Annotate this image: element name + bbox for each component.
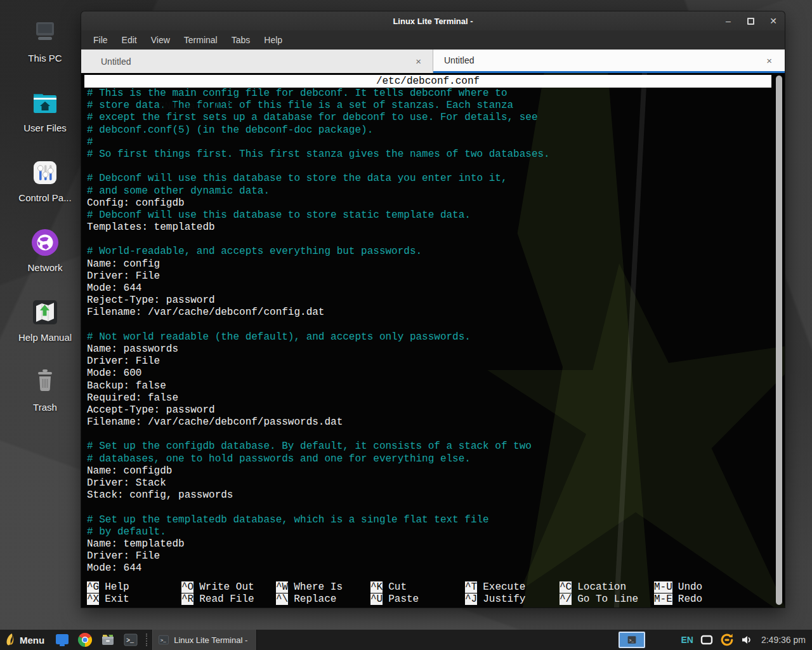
menu-item[interactable]: Terminal bbox=[177, 32, 225, 48]
shortcut-key: ^G bbox=[87, 581, 99, 593]
nano-shortcut: ^JJustify bbox=[465, 594, 560, 606]
desktop-icon-this-pc[interactable]: This PC bbox=[10, 18, 80, 63]
computer-icon bbox=[30, 18, 60, 48]
nano-shortcut: ^\Replace bbox=[276, 594, 370, 606]
terminal-window: Linux Lite Terminal - – ✕ FileEditViewTe… bbox=[81, 11, 785, 607]
nano-editor: /etc/debconf.conf GNU nano 7.2 # This is… bbox=[84, 75, 771, 607]
nano-line: Driver: Stack bbox=[87, 477, 771, 489]
window-titlebar[interactable]: Linux Lite Terminal - – ✕ bbox=[81, 11, 785, 30]
menu-item[interactable]: View bbox=[144, 32, 177, 48]
nano-line bbox=[87, 161, 771, 173]
launcher-file-manager[interactable] bbox=[100, 632, 116, 648]
nano-shortcut: M-UUndo bbox=[654, 581, 749, 594]
nano-line: # and some other dynamic data. bbox=[87, 185, 771, 197]
nano-line: Filename: /var/cache/debconf/passwords.d… bbox=[87, 416, 771, 428]
desktop-icon-control-panel[interactable]: Control Pa... bbox=[10, 157, 80, 203]
tab-close-icon[interactable]: × bbox=[416, 56, 421, 67]
taskbar: Menu >_ bbox=[0, 630, 812, 650]
nano-shortcut: M-ERedo bbox=[654, 594, 749, 606]
scrollbar-thumb[interactable] bbox=[776, 76, 782, 605]
task-button-terminal[interactable]: >_ Linux Lite Terminal - bbox=[152, 630, 257, 650]
nano-shortcut: ^RRead File bbox=[181, 594, 276, 606]
maximize-button[interactable] bbox=[747, 18, 754, 25]
nano-title-bar: /etc/debconf.conf GNU nano 7.2 bbox=[84, 75, 771, 88]
launcher-desktop[interactable] bbox=[54, 632, 70, 648]
nano-version: GNU nano 7.2 bbox=[133, 101, 232, 112]
updates-available-icon[interactable] bbox=[720, 633, 734, 647]
menu-item[interactable]: File bbox=[86, 32, 115, 48]
shortcut-label: Where Is bbox=[294, 581, 343, 593]
menu-button-label: Menu bbox=[20, 635, 44, 646]
nano-line: # except the first sets up a database fo… bbox=[87, 112, 771, 124]
nano-line bbox=[87, 501, 771, 514]
tab-untitled-2[interactable]: Untitled × bbox=[433, 50, 785, 73]
shortcut-label: Location bbox=[577, 581, 626, 593]
nano-line: Name: templatedb bbox=[87, 538, 771, 550]
tab-untitled-1[interactable]: Untitled × bbox=[81, 50, 433, 73]
menu-item[interactable]: Tabs bbox=[225, 32, 258, 48]
nano-shortcut: ^KCut bbox=[370, 581, 465, 594]
keyboard-layout-indicator[interactable]: EN bbox=[681, 635, 693, 645]
desktop-icon-user-files[interactable]: User Files bbox=[10, 88, 80, 133]
nano-line: Backup: false bbox=[87, 380, 771, 392]
menu-item[interactable]: Help bbox=[257, 32, 289, 48]
display-settings-icon[interactable] bbox=[700, 635, 713, 645]
shortcut-key: ^R bbox=[181, 594, 193, 605]
taskbar-separator bbox=[146, 633, 147, 646]
clock[interactable]: 2:49:36 pm bbox=[761, 635, 806, 645]
volume-icon[interactable] bbox=[741, 634, 752, 646]
nano-text-area: # This is the main config file for debco… bbox=[84, 88, 771, 575]
window-title: Linux Lite Terminal - bbox=[393, 17, 473, 26]
desktop-icon-trash[interactable]: Trash bbox=[10, 367, 80, 413]
shortcut-key: ^O bbox=[181, 581, 193, 593]
workspace-pager[interactable]: >_ bbox=[619, 632, 645, 648]
terminal-screen[interactable]: /etc/debconf.conf GNU nano 7.2 # This is… bbox=[81, 73, 785, 607]
shortcut-label: Read File bbox=[199, 594, 254, 605]
nano-shortcut: ^/Go To Line bbox=[560, 594, 654, 606]
tab-label: Untitled bbox=[444, 55, 474, 65]
desktop-icon-label: This PC bbox=[10, 53, 80, 63]
terminal-icon: >_ bbox=[158, 634, 169, 646]
shortcut-key: M-U bbox=[654, 581, 672, 593]
desktop-icon-label: Trash bbox=[10, 402, 80, 413]
desktop-display-icon bbox=[55, 632, 70, 647]
shortcut-label: Redo bbox=[678, 594, 702, 605]
nano-line bbox=[87, 319, 771, 331]
nano-line: Stack: config, passwords bbox=[87, 489, 771, 501]
shortcut-key: M-E bbox=[654, 594, 672, 605]
close-button[interactable]: ✕ bbox=[768, 16, 778, 26]
shortcut-key: ^T bbox=[465, 581, 477, 593]
desktop-icon-network[interactable]: Network bbox=[10, 227, 80, 273]
shortcut-label: Justify bbox=[483, 594, 525, 605]
terminal-icon: >_ bbox=[123, 632, 138, 647]
menu-item[interactable]: Edit bbox=[115, 32, 144, 48]
desktop-icon-label: User Files bbox=[10, 123, 80, 133]
shortcut-label: Help bbox=[105, 581, 129, 593]
nano-shortcut: ^WWhere Is bbox=[276, 581, 370, 594]
svg-text:>_: >_ bbox=[126, 637, 134, 644]
tab-label: Untitled bbox=[101, 56, 131, 67]
desktop-icon-label: Help Manual bbox=[10, 332, 80, 343]
desktop-icon-help-manual[interactable]: Help Manual bbox=[10, 297, 80, 343]
menu-button[interactable]: Menu bbox=[0, 630, 51, 650]
launcher-terminal[interactable]: >_ bbox=[122, 632, 139, 648]
shortcut-key: ^\ bbox=[276, 594, 288, 605]
nano-line: Accept-Type: password bbox=[87, 404, 771, 416]
scrollbar[interactable] bbox=[775, 76, 783, 605]
minimize-button[interactable]: – bbox=[723, 16, 733, 26]
nano-line bbox=[87, 234, 771, 246]
desktop-icon-label: Control Pa... bbox=[10, 192, 80, 203]
nano-line: # debconf.conf(5) (in the debconf-doc pa… bbox=[87, 124, 771, 136]
nano-line: # bbox=[87, 136, 771, 149]
shortcut-key: ^X bbox=[87, 594, 99, 605]
shortcut-key: ^/ bbox=[560, 594, 572, 605]
nano-shortcut: ^UPaste bbox=[370, 594, 465, 606]
shortcut-label: Go To Line bbox=[577, 594, 638, 605]
shortcut-key: ^J bbox=[465, 594, 477, 605]
nano-line: # Debconf will use this database to stor… bbox=[87, 209, 771, 222]
launcher-chrome[interactable] bbox=[77, 632, 93, 648]
nano-line: # This is the main config file for debco… bbox=[87, 88, 771, 100]
terminal-icon: >_ bbox=[627, 635, 637, 644]
tab-close-icon[interactable]: × bbox=[766, 55, 772, 66]
shortcut-key: ^C bbox=[560, 581, 572, 593]
